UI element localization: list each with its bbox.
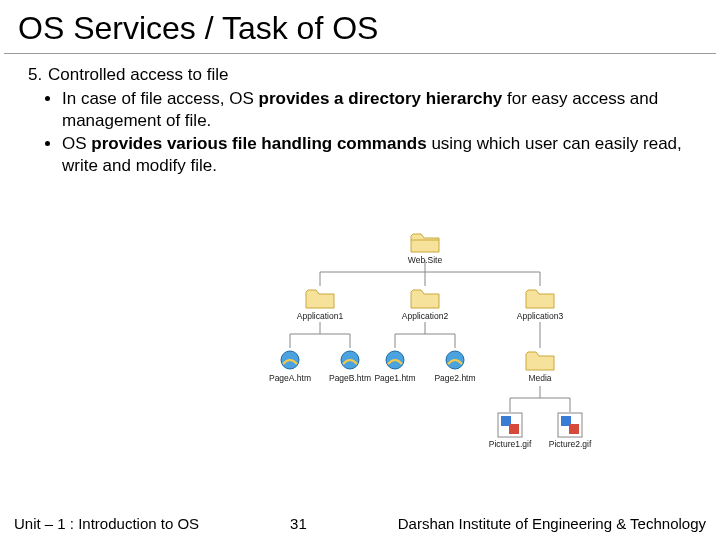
- node-app3: Application3: [510, 286, 570, 321]
- node-pic2: Picture2.gif: [540, 412, 600, 449]
- content-area: 5.Controlled access to file In case of f…: [0, 54, 720, 177]
- ie-icon: [278, 348, 302, 372]
- folder-icon: [305, 286, 335, 310]
- picture-icon: [557, 412, 583, 438]
- ie-icon: [338, 348, 362, 372]
- ie-icon: [443, 348, 467, 372]
- node-media: Media: [510, 348, 570, 383]
- node-pic1-label: Picture1.gif: [480, 439, 540, 449]
- footer-unit: Unit – 1 : Introduction to OS: [14, 515, 199, 532]
- node-page1-label: Page1.htm: [365, 373, 425, 383]
- directory-hierarchy-diagram: Web.Site Application1 Application2 Appli…: [260, 230, 680, 490]
- node-app2: Application2: [395, 286, 455, 321]
- picture-icon: [497, 412, 523, 438]
- node-pic2-label: Picture2.gif: [540, 439, 600, 449]
- item-number: 5.: [28, 64, 48, 86]
- folder-icon: [525, 348, 555, 372]
- node-page2: Page2.htm: [425, 348, 485, 383]
- node-app2-label: Application2: [395, 311, 455, 321]
- list-item-5: 5.Controlled access to file: [28, 64, 692, 86]
- folder-icon: [525, 286, 555, 310]
- bullet-1-pre: In case of file access, OS: [62, 89, 259, 108]
- bullet-2: OS provides various file handling comman…: [62, 133, 692, 177]
- node-root: Web.Site: [395, 230, 455, 265]
- folder-icon: [410, 230, 440, 254]
- item-heading: Controlled access to file: [48, 65, 228, 84]
- footer: Unit – 1 : Introduction to OS 31 Darshan…: [0, 515, 720, 532]
- node-media-label: Media: [510, 373, 570, 383]
- bullet-1-bold: provides a directory hierarchy: [259, 89, 503, 108]
- bullet-2-bold: provides various file handling commands: [91, 134, 426, 153]
- node-page1: Page1.htm: [365, 348, 425, 383]
- node-app1-label: Application1: [290, 311, 350, 321]
- footer-page-number: 31: [199, 515, 398, 532]
- ie-icon: [383, 348, 407, 372]
- node-pageA: PageA.htm: [260, 348, 320, 383]
- footer-org: Darshan Institute of Engineering & Techn…: [398, 515, 706, 532]
- slide-title: OS Services / Task of OS: [4, 0, 716, 54]
- node-app1: Application1: [290, 286, 350, 321]
- folder-icon: [410, 286, 440, 310]
- bullet-2-pre: OS: [62, 134, 91, 153]
- node-pic1: Picture1.gif: [480, 412, 540, 449]
- bullet-1: In case of file access, OS provides a di…: [62, 88, 692, 132]
- svg-rect-27: [569, 424, 579, 434]
- node-page2-label: Page2.htm: [425, 373, 485, 383]
- node-pageA-label: PageA.htm: [260, 373, 320, 383]
- bullet-list: In case of file access, OS provides a di…: [28, 88, 692, 177]
- node-root-label: Web.Site: [395, 255, 455, 265]
- svg-rect-24: [509, 424, 519, 434]
- node-app3-label: Application3: [510, 311, 570, 321]
